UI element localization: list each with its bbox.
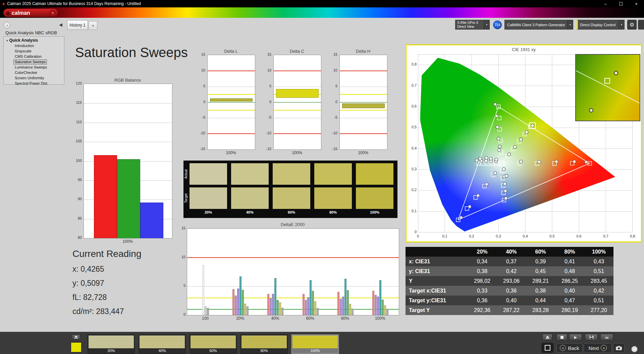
sidebar-item-colorchecker[interactable]: ColorChecker xyxy=(4,70,64,76)
next-button[interactable]: Next » xyxy=(584,343,612,353)
swatch-actual-100% xyxy=(356,163,393,185)
deltae-bar xyxy=(281,308,283,315)
rgb-balance-x-label: 100% xyxy=(84,239,172,244)
round-indicator-button[interactable] xyxy=(631,346,638,352)
continuous-measure-button[interactable]: ∞ xyxy=(600,334,613,341)
rgb-bar-blue xyxy=(140,203,163,238)
pattern-patch-color xyxy=(292,336,338,348)
delta-c-chart xyxy=(273,55,321,150)
pattern-patch-label: 60% xyxy=(190,349,236,353)
sidebar-item-screen-uniformity[interactable]: Screen Uniformity xyxy=(4,76,64,81)
swatch-col-label: 60% xyxy=(273,210,310,214)
calman-logo-text: calman xyxy=(12,10,30,16)
sidebar-item-label: Spectral Power Dist. xyxy=(14,81,49,86)
maximize-button[interactable]: ☐ xyxy=(613,0,629,7)
sidebar-item-saturation-sweeps[interactable]: Saturation Sweeps xyxy=(4,59,64,65)
pattern-eject-mini-button[interactable] xyxy=(72,335,80,340)
back-button[interactable]: « Back xyxy=(556,343,583,353)
tree-expander-icon[interactable]: ▾ xyxy=(6,39,8,42)
minimize-button[interactable]: – xyxy=(598,0,613,7)
deltae-bar xyxy=(379,280,381,315)
sidebar-item-label: CMS Calibration xyxy=(14,54,43,59)
deltae-bar xyxy=(307,297,309,315)
chevron-down-icon[interactable]: ▼ xyxy=(619,20,624,29)
pattern-patch-color xyxy=(191,336,236,348)
pattern-patch-100%[interactable]: 100% xyxy=(291,335,339,354)
y-tick-label: -15 xyxy=(327,147,337,151)
deltae-bar xyxy=(340,299,342,315)
delta-c-x-label: 100% xyxy=(273,150,321,155)
sidebar-collapse-icon[interactable]: ◀ xyxy=(59,22,62,27)
pattern-patch-40%[interactable]: 40% xyxy=(139,335,186,354)
gridline xyxy=(84,123,172,123)
page-title: Saturation Sweeps xyxy=(75,45,188,60)
gamut-edge-line xyxy=(575,67,640,113)
sidebar-item-luminance-sweeps[interactable]: Luminance Sweeps xyxy=(4,65,64,70)
play-button[interactable]: ▶ xyxy=(569,334,582,341)
deltae-bar xyxy=(382,300,384,315)
y-tick-label: 0 xyxy=(407,230,417,234)
chevron-down-icon[interactable]: ▼ xyxy=(567,20,573,29)
pattern-generator-dropdown[interactable]: CalMAN Client 3 Pattern Generator ▼ xyxy=(504,20,573,30)
add-tab-button[interactable]: + xyxy=(89,21,97,30)
cie-zoom-inset xyxy=(575,54,640,121)
y-tick-label: 10 xyxy=(327,68,337,72)
active-pattern-swatch[interactable] xyxy=(71,342,82,352)
gridline xyxy=(274,118,321,118)
meter-dropdown[interactable]: X-Rite i1Pro 3 Direct View ▼ xyxy=(455,20,490,30)
swatch-actual-60% xyxy=(273,163,310,185)
tree-root[interactable]: ▾Quick Analysis xyxy=(4,38,64,43)
sidebar-item-introduction[interactable]: Introduction xyxy=(4,43,64,49)
table-header-empty xyxy=(406,247,468,257)
deltae-bar xyxy=(317,308,319,315)
camera-icon xyxy=(616,346,622,350)
y-tick-label: 15 xyxy=(175,226,185,230)
screenshot-button[interactable] xyxy=(613,343,625,353)
rgb-balance-title: RGB Balance xyxy=(84,78,172,83)
table-row: Target Y292,36287,22283,28280,19277,20 xyxy=(406,305,613,315)
deltae-bar xyxy=(274,278,276,315)
meter-count-badge: 714 xyxy=(493,20,502,29)
sidebar-item-cms-calibration[interactable]: CMS Calibration xyxy=(4,54,64,59)
swatch-col-label: 20% xyxy=(190,210,227,214)
deltae-bar xyxy=(377,297,379,315)
reference-line xyxy=(208,94,255,95)
deltae-bar xyxy=(272,294,274,315)
deltae-bar xyxy=(303,294,305,315)
table-cell: 0,38 xyxy=(468,266,497,276)
x-tick-label: 0,5 xyxy=(547,234,557,238)
reference-line xyxy=(208,102,255,103)
pattern-patch-20%[interactable]: 20% xyxy=(88,335,135,354)
tab-history-1[interactable]: History 1 xyxy=(67,20,88,30)
deltae-bar xyxy=(239,276,241,315)
pattern-patch-color xyxy=(241,336,287,348)
pattern-window-button[interactable] xyxy=(541,343,554,353)
display-control-dropdown[interactable]: Direct Display Control ▼ xyxy=(577,20,625,30)
deltae-bar xyxy=(279,302,281,315)
edge-flyout-tab[interactable] xyxy=(638,20,644,30)
calman-logo-menu[interactable]: ◈ calman ▼ xyxy=(3,9,58,17)
stop-button[interactable] xyxy=(556,334,567,341)
table-row: Y298,02293,06289,21286,25283,45 xyxy=(406,276,613,286)
reference-line xyxy=(274,71,321,71)
gridline xyxy=(84,142,172,142)
eject-button[interactable] xyxy=(542,334,552,341)
settings-gear-button[interactable]: ⚙ xyxy=(627,20,637,30)
y-tick-label: 5 xyxy=(327,84,337,88)
logo-dropdown-icon[interactable]: ▼ xyxy=(50,10,56,16)
deltae-bar xyxy=(232,289,234,315)
nav-back-button[interactable]: ◂ xyxy=(3,21,10,29)
y-tick-label: 10 xyxy=(175,255,185,259)
close-button[interactable]: × xyxy=(629,0,644,7)
sidebar-item-label: Grayscale xyxy=(14,49,33,53)
chevron-down-icon[interactable]: ▼ xyxy=(484,20,489,29)
sidebar-item-spectral-power-dist-[interactable]: Spectral Power Dist. xyxy=(4,81,64,86)
save-button[interactable] xyxy=(585,334,598,341)
table-cell: 0,34 xyxy=(468,257,497,266)
sidebar-item-grayscale[interactable]: Grayscale xyxy=(4,49,64,54)
pattern-patch-80%[interactable]: 80% xyxy=(240,335,288,354)
y-tick-label: 15 xyxy=(327,52,337,56)
y-tick-label: 0,3 xyxy=(407,167,417,171)
pattern-patch-60%[interactable]: 60% xyxy=(190,335,237,354)
table-cell: 0,41 xyxy=(555,257,584,266)
